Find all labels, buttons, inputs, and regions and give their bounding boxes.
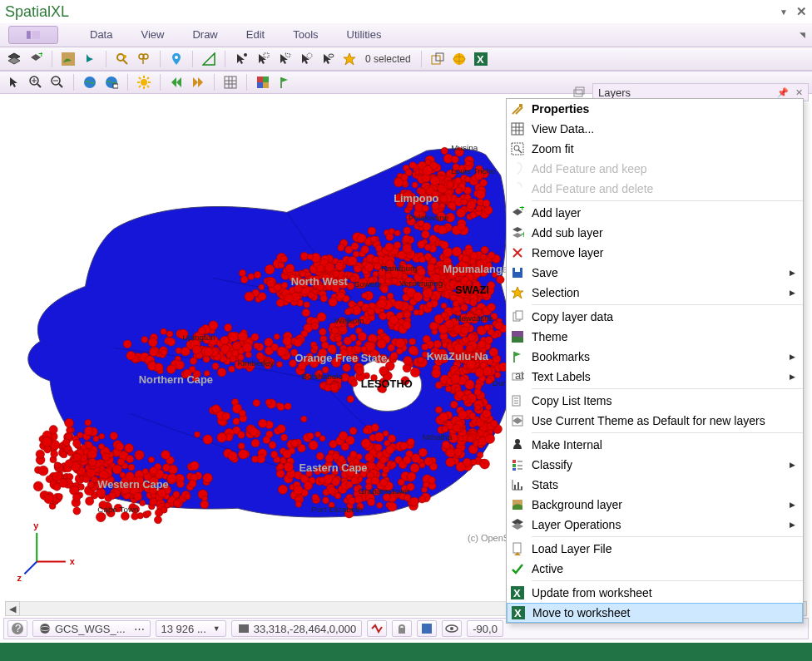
label-northerncape: Northern Cape xyxy=(139,373,213,386)
select-point-icon[interactable] xyxy=(232,50,250,68)
find-icon[interactable] xyxy=(113,50,131,68)
ctx-remove-layer[interactable]: Remove layer xyxy=(507,243,803,263)
select-poly-icon[interactable] xyxy=(275,50,294,68)
next-extent-icon[interactable] xyxy=(189,73,207,91)
grid-icon[interactable] xyxy=(221,73,240,91)
ctx-add-sub-layer[interactable]: +Add sub layer xyxy=(507,223,803,243)
svg-point-1542 xyxy=(67,450,73,456)
ctx-properties[interactable]: Properties xyxy=(507,99,803,119)
svg-point-1078 xyxy=(141,336,148,343)
svg-point-1837 xyxy=(439,412,448,422)
gear-icon[interactable] xyxy=(135,73,153,91)
svg-rect-1856 xyxy=(512,123,523,135)
svg-point-1094 xyxy=(192,345,201,354)
svg-point-943 xyxy=(395,338,405,348)
svg-point-771 xyxy=(489,348,498,357)
cursor-icon[interactable] xyxy=(5,73,23,91)
menu-data[interactable]: Data xyxy=(77,23,126,47)
select-rect-icon[interactable] xyxy=(254,50,272,68)
select-star-icon[interactable] xyxy=(340,50,359,68)
crs-indicator[interactable]: GCS_WGS_...⋯ xyxy=(32,620,151,637)
ctx-layer-operations[interactable]: Layer Operations▶ xyxy=(507,515,803,535)
ctx-add-layer[interactable]: +Add layer xyxy=(507,203,803,223)
scale-indicator[interactable]: 13 926 ...▼ xyxy=(156,620,226,637)
prev-extent-icon[interactable] xyxy=(167,73,186,91)
ctx-load-layer-file[interactable]: Load Layer File xyxy=(507,539,803,559)
help-icon[interactable]: ? xyxy=(7,620,27,637)
svg-point-1231 xyxy=(410,463,419,472)
menu-view[interactable]: View xyxy=(127,23,177,47)
globe-icon[interactable] xyxy=(450,50,468,68)
svg-point-489 xyxy=(362,293,368,298)
ctx-text-labels[interactable]: abText Labels▶ xyxy=(507,367,803,387)
ctx-use-current-theme-as-default-for-new-layers[interactable]: Use Current Theme as Default for new lay… xyxy=(507,411,803,431)
svg-text:X: X xyxy=(514,607,522,619)
theme-icon[interactable] xyxy=(254,73,272,91)
zoom-in-icon[interactable] xyxy=(27,73,45,91)
ctx-label: Make Internal xyxy=(528,438,790,451)
close-panel-icon[interactable]: ✕ xyxy=(795,87,803,98)
svg-point-429 xyxy=(413,292,423,302)
flag-icon[interactable] xyxy=(275,73,294,91)
extent-indicator[interactable]: -90,0 xyxy=(467,620,503,637)
submenu-arrow-icon: ▶ xyxy=(790,501,803,509)
ribbon-collapse-icon[interactable]: ◥ xyxy=(800,31,805,39)
svg-point-1290 xyxy=(379,479,387,486)
svg-marker-53 xyxy=(171,77,176,87)
globe-full-icon[interactable] xyxy=(81,73,99,91)
ctx-copy-layer-data[interactable]: Copy layer data xyxy=(507,307,803,327)
filter-icon[interactable] xyxy=(135,50,153,68)
zoom-out-icon[interactable] xyxy=(48,73,67,91)
svg-text:X: X xyxy=(513,587,521,599)
svg-point-1080 xyxy=(220,336,229,344)
ctx-active[interactable]: Active xyxy=(507,559,803,579)
ribbon-file-button[interactable] xyxy=(8,26,58,44)
ctx-selection[interactable]: Selection▶ xyxy=(507,283,803,303)
close-icon[interactable]: ✕ xyxy=(796,4,807,19)
bing-icon[interactable] xyxy=(81,50,99,68)
measure-icon[interactable] xyxy=(200,50,218,68)
svg-point-1838 xyxy=(453,424,460,432)
scroll-left-icon[interactable]: ◀ xyxy=(5,601,20,616)
save-status-icon[interactable] xyxy=(417,620,437,637)
excel-icon[interactable]: X xyxy=(472,50,490,68)
pin-panel-icon[interactable]: 📌 xyxy=(777,87,789,98)
ctx-save[interactable]: Save▶ xyxy=(507,263,803,283)
menu-utilities[interactable]: Utilities xyxy=(334,23,395,47)
svg-point-1252 xyxy=(350,451,357,457)
ctx-copy-list-items[interactable]: Copy List Items xyxy=(507,391,803,411)
ctx-stats[interactable]: Stats xyxy=(507,475,803,495)
ctx-make-internal[interactable]: Make Internal xyxy=(507,435,803,455)
add-layer-icon[interactable]: + xyxy=(27,50,45,68)
ctx-classify[interactable]: Classify▶ xyxy=(507,455,803,475)
ctx-theme[interactable]: Theme xyxy=(507,327,803,347)
svg-point-1721 xyxy=(217,432,227,442)
addlayer-icon: + xyxy=(507,206,528,220)
menu-tools[interactable]: Tools xyxy=(280,23,331,47)
svg-point-325 xyxy=(387,293,394,299)
svg-text:X: X xyxy=(477,53,484,66)
globe-layer-icon[interactable] xyxy=(102,73,121,91)
zoom-to-sel-icon[interactable] xyxy=(428,50,447,68)
lock-icon[interactable] xyxy=(392,620,412,637)
svg-point-239 xyxy=(476,205,482,211)
select-circle-icon[interactable] xyxy=(319,50,337,68)
pin-icon[interactable] xyxy=(167,50,186,68)
globe-earth-icon[interactable] xyxy=(59,50,77,68)
select-lasso-icon[interactable] xyxy=(297,50,315,68)
layer-icon[interactable] xyxy=(5,50,23,68)
coords-indicator[interactable]: 33,318,-28,464,0,000 xyxy=(231,620,363,637)
menu-draw[interactable]: Draw xyxy=(179,23,230,47)
ctx-zoom-fit[interactable]: Zoom fit xyxy=(507,139,803,159)
eye-icon[interactable] xyxy=(442,620,462,637)
svg-point-487 xyxy=(364,263,374,272)
ctx-background-layer[interactable]: Background layer▶ xyxy=(507,495,803,515)
excel-icon: X xyxy=(507,586,528,599)
menu-edit[interactable]: Edit xyxy=(233,23,278,47)
ctx-move-to-worksheet[interactable]: XMove to worksheet xyxy=(507,603,803,623)
titlebar-dropdown[interactable]: ▼ xyxy=(780,7,788,17)
ctx-bookmarks[interactable]: Bookmarks▶ xyxy=(507,347,803,367)
ctx-update-from-worksheet[interactable]: XUpdate from worksheet xyxy=(507,583,803,603)
ctx-view-data-[interactable]: View Data... xyxy=(507,119,803,139)
snap-icon[interactable] xyxy=(367,620,387,637)
